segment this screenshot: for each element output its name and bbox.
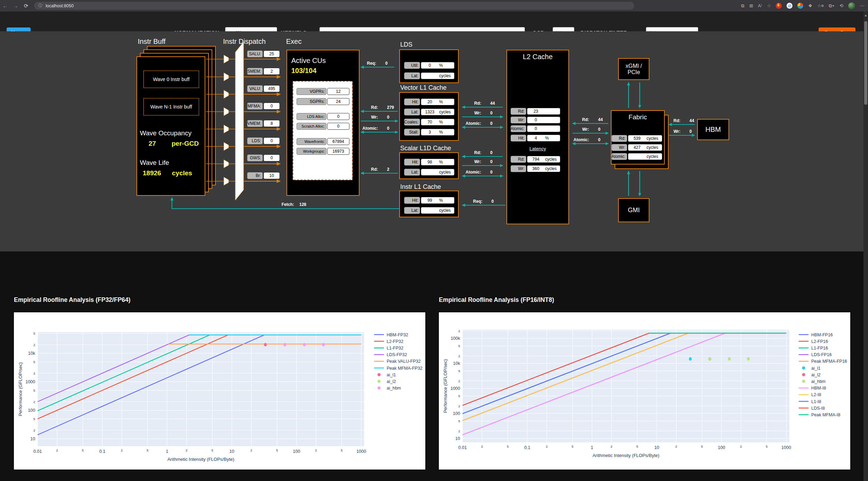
counter-value: 0 bbox=[327, 123, 349, 130]
legend-item-Peak VALU-FP32[interactable]: Peak VALU-FP32 bbox=[374, 359, 421, 364]
legend-item-HBM-FP32[interactable]: HBM-FP32 bbox=[374, 332, 408, 337]
flow-label: 0 bbox=[387, 115, 389, 120]
data-point-ai_hbm[interactable] bbox=[303, 343, 306, 346]
counter-value: 98% bbox=[421, 159, 455, 166]
roofline-fp32-chart[interactable]: 0.01250.12512510251002510001025100251000… bbox=[14, 312, 425, 470]
y-tick-label: 5 bbox=[33, 331, 35, 335]
counter-value: 0 bbox=[527, 125, 560, 132]
legend-item-L2-I8[interactable]: L2-I8 bbox=[799, 392, 821, 397]
x-tick-label: 0.1 bbox=[524, 445, 530, 450]
legend-item-LDS-I8[interactable]: LDS-I8 bbox=[799, 406, 825, 411]
flow-label: 44 bbox=[689, 118, 694, 123]
lds-title: LDS bbox=[400, 41, 412, 48]
data-point-ai_hbm[interactable] bbox=[728, 357, 731, 361]
flow-label: Atomic: bbox=[362, 126, 378, 131]
legend-item-Peak MFMA-FP32[interactable]: Peak MFMA-FP32 bbox=[374, 366, 423, 371]
y-tick-label: 5 bbox=[458, 344, 460, 348]
data-point-ai_l1[interactable] bbox=[264, 343, 267, 346]
x-tick-label: 2 bbox=[56, 448, 58, 452]
counter-label: SALU: bbox=[247, 50, 263, 57]
waveN-instr-buff-box: Wave N-1 Instr buff bbox=[143, 98, 199, 115]
svg-text:HBM-FP16: HBM-FP16 bbox=[811, 332, 833, 337]
flow-label: Fetch: bbox=[282, 202, 294, 207]
legend-item-L1-I8[interactable]: L1-I8 bbox=[799, 399, 821, 404]
legend-item-L2-FP32[interactable]: L2-FP32 bbox=[374, 339, 403, 344]
legend-item-L2-FP16[interactable]: L2-FP16 bbox=[799, 339, 828, 344]
x-tick-label: 100 bbox=[718, 445, 725, 450]
y-tick-label: 5 bbox=[33, 360, 35, 364]
counter-label: Rd: bbox=[611, 135, 627, 142]
legend-item-LDS-FP16[interactable]: LDS-FP16 bbox=[799, 352, 831, 357]
counter-value: 20% bbox=[421, 98, 455, 105]
y-tick-label: 2 bbox=[33, 343, 35, 347]
y-tick-label: 5 bbox=[458, 369, 460, 373]
flow-label: 2 bbox=[387, 167, 389, 172]
legend-item-HBM-FP16[interactable]: HBM-FP16 bbox=[799, 332, 833, 337]
counter-row: LDS Alloc:0 bbox=[297, 113, 349, 120]
x-tick-label: 0.1 bbox=[99, 449, 105, 454]
counter-row: VMEM:8 bbox=[247, 120, 280, 127]
y-tick-label: 10k bbox=[28, 351, 35, 356]
x-tick-label: 2 bbox=[121, 448, 123, 452]
scroll-up-icon[interactable]: ▲ bbox=[864, 14, 867, 17]
counter-label: Util: bbox=[404, 62, 420, 69]
svg-text:Peak MFMA-I8: Peak MFMA-I8 bbox=[811, 412, 840, 417]
x-tick-label: 5 bbox=[636, 444, 638, 448]
counter-row: Wr:427cycles bbox=[611, 144, 662, 151]
counter-value: 12 bbox=[327, 88, 349, 95]
counter-row: Stall:3% bbox=[404, 129, 455, 136]
counter-value: 0 bbox=[263, 103, 280, 110]
legend-item-L1-FP32[interactable]: L1-FP32 bbox=[374, 346, 403, 351]
data-point-ai_hbm[interactable] bbox=[708, 357, 711, 361]
counter-row: Rd:23 bbox=[511, 108, 560, 115]
y-tick-label: 2 bbox=[33, 371, 35, 375]
data-point-ai_hbm[interactable] bbox=[283, 343, 286, 346]
legend-item-ai_l1[interactable]: ai_l1 bbox=[378, 372, 396, 377]
counter-value: 8 bbox=[263, 120, 280, 127]
legend-item-Peak MFMA-FP16[interactable]: Peak MFMA-FP16 bbox=[799, 359, 847, 364]
flow-label: Wr: bbox=[474, 111, 481, 115]
flow-label: Atomic: bbox=[466, 121, 481, 126]
legend-item-HBM-I8[interactable]: HBM-I8 bbox=[799, 386, 826, 391]
counter-row: Rd:794cycles bbox=[511, 156, 560, 163]
counter-value: 4% bbox=[527, 135, 560, 142]
data-point-ai_l1[interactable] bbox=[689, 357, 692, 361]
legend-item-ai_l1[interactable]: ai_l1 bbox=[802, 366, 821, 371]
y-tick-label: 10k bbox=[453, 361, 460, 366]
legend-item-LDS-FP32[interactable]: LDS-FP32 bbox=[374, 352, 407, 357]
svg-text:LDS-FP32: LDS-FP32 bbox=[387, 352, 407, 357]
flow-label: Rd: bbox=[371, 105, 378, 110]
legend-item-ai_hbm[interactable]: ai_hbm bbox=[378, 386, 401, 391]
counter-label: LDS Alloc: bbox=[297, 113, 326, 120]
counter-label: Rd: bbox=[511, 156, 526, 163]
legend-item-ai_l2[interactable]: ai_l2 bbox=[378, 379, 396, 384]
x-tick-label: 2 bbox=[481, 444, 483, 448]
counter-label: Wr: bbox=[511, 117, 526, 123]
counter-row: Hit:20% bbox=[404, 98, 455, 105]
counter-label: Workgroups: bbox=[297, 148, 326, 155]
x-tick-label: 5 bbox=[701, 444, 703, 448]
data-point-ai_hbm[interactable] bbox=[322, 343, 325, 346]
active-cus-value: 103/104 bbox=[291, 67, 316, 75]
y-tick-label: 2 bbox=[458, 354, 460, 358]
flow-label: Rd: bbox=[371, 167, 378, 172]
flow-label: 0 bbox=[598, 137, 601, 142]
counter-row: Br:10 bbox=[247, 172, 280, 179]
page-scrollbar[interactable]: ▲ bbox=[863, 11, 868, 481]
legend-item-ai_hbm[interactable]: ai_hbm bbox=[802, 379, 826, 384]
data-point-ai_hbm[interactable] bbox=[747, 357, 750, 361]
roofline-fp16-chart[interactable]: 0.01250.12512510251002510001025100251000… bbox=[439, 312, 850, 470]
x-tick-label: 1000 bbox=[356, 449, 366, 454]
roofline-fp32-title: Empirical Roofline Analysis (FP32/FP64) bbox=[14, 296, 131, 304]
scrollbar-thumb[interactable] bbox=[864, 21, 867, 105]
counter-row: Atomic:cycles bbox=[611, 153, 662, 160]
flow-label: 128 bbox=[299, 202, 306, 207]
wave-life-unit: cycles bbox=[172, 169, 192, 177]
legend-item-L1-FP16[interactable]: L1-FP16 bbox=[799, 346, 828, 351]
x-tick-label: 2 bbox=[315, 448, 317, 452]
x-tick-label: 100 bbox=[293, 449, 300, 454]
y-tick-label: 5 bbox=[33, 417, 35, 421]
svg-text:ai_l1: ai_l1 bbox=[387, 372, 396, 377]
legend-item-ai_l2[interactable]: ai_l2 bbox=[802, 372, 821, 377]
legend-item-Peak MFMA-I8[interactable]: Peak MFMA-I8 bbox=[799, 412, 840, 417]
